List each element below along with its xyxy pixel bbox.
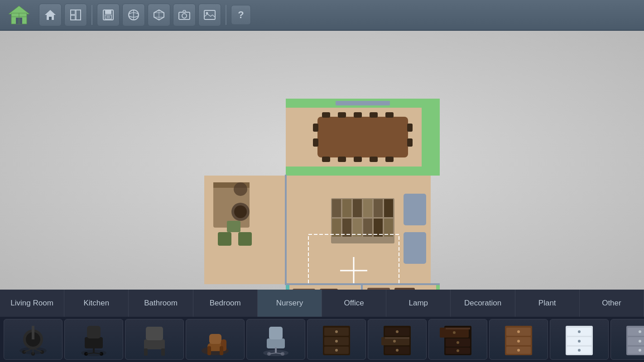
svg-rect-47 <box>385 112 394 118</box>
item-chair-light-office[interactable] <box>246 319 305 360</box>
svg-rect-10 <box>71 15 75 20</box>
svg-rect-69 <box>332 199 341 217</box>
3dview-button[interactable] <box>122 4 145 26</box>
svg-rect-44 <box>338 112 346 118</box>
svg-point-174 <box>578 330 581 333</box>
svg-point-162 <box>457 349 459 352</box>
toolbar: ? <box>0 0 644 31</box>
svg-rect-74 <box>384 199 393 217</box>
svg-rect-45 <box>354 112 362 118</box>
svg-rect-116 <box>87 326 101 338</box>
blueprint-button[interactable] <box>64 4 87 26</box>
svg-rect-55 <box>407 124 413 132</box>
svg-rect-82 <box>404 232 426 264</box>
svg-point-146 <box>335 349 338 352</box>
svg-rect-51 <box>370 157 378 162</box>
svg-rect-130 <box>207 346 211 355</box>
category-bar: Living Room Kitchen Bathroom Bedroom Nur… <box>0 290 644 317</box>
svg-point-167 <box>517 330 520 333</box>
svg-point-176 <box>578 349 581 352</box>
svg-rect-52 <box>385 157 394 162</box>
category-living-room[interactable]: Living Room <box>0 290 64 317</box>
svg-rect-46 <box>370 112 378 118</box>
svg-rect-65 <box>238 232 252 246</box>
svg-point-168 <box>517 340 520 343</box>
svg-point-169 <box>517 349 520 352</box>
svg-rect-157 <box>446 328 470 329</box>
svg-point-154 <box>396 349 399 352</box>
svg-rect-42 <box>317 117 408 157</box>
svg-rect-11 <box>76 10 81 20</box>
svg-rect-54 <box>313 138 318 147</box>
svg-rect-73 <box>374 199 383 217</box>
category-other[interactable]: Other <box>580 290 644 317</box>
svg-rect-9 <box>71 10 75 14</box>
save-button[interactable] <box>97 4 120 26</box>
svg-marker-5 <box>45 10 56 15</box>
main-canvas[interactable] <box>0 31 644 290</box>
category-office[interactable]: Office <box>322 290 386 317</box>
item-cabinet-white[interactable] <box>550 319 609 360</box>
svg-rect-40 <box>286 167 431 176</box>
svg-rect-66 <box>227 221 240 232</box>
svg-point-26 <box>206 12 208 14</box>
svg-point-144 <box>335 330 338 333</box>
app-logo <box>5 4 33 26</box>
svg-rect-48 <box>322 157 330 162</box>
category-bedroom[interactable]: Bedroom <box>193 290 258 317</box>
svg-rect-179 <box>628 337 644 345</box>
svg-point-153 <box>393 340 396 343</box>
svg-rect-123 <box>146 327 163 340</box>
category-lamp[interactable]: Lamp <box>386 290 451 317</box>
svg-rect-103 <box>286 283 364 285</box>
item-cabinet-dark-3[interactable] <box>428 319 487 360</box>
svg-point-182 <box>639 340 641 343</box>
item-cabinet-brown[interactable] <box>489 319 548 360</box>
items-bar <box>0 317 644 362</box>
svg-rect-41 <box>422 99 440 176</box>
object-button[interactable] <box>148 4 170 26</box>
svg-marker-0 <box>9 6 29 14</box>
category-plant[interactable]: Plant <box>515 290 580 317</box>
svg-rect-49 <box>338 157 346 162</box>
svg-point-152 <box>396 330 399 333</box>
svg-rect-133 <box>267 338 285 348</box>
svg-rect-13 <box>105 10 111 14</box>
help-button[interactable]: ? <box>231 5 251 25</box>
item-cabinet-dark-1[interactable] <box>307 319 366 360</box>
help-icon: ? <box>238 9 244 21</box>
svg-rect-56 <box>407 138 413 147</box>
image-button[interactable] <box>198 4 221 26</box>
svg-rect-122 <box>144 339 165 349</box>
separator-1 <box>91 5 92 25</box>
item-chair-dark-simple[interactable] <box>125 319 184 360</box>
item-chair-black-round[interactable] <box>4 319 62 360</box>
item-chair-black-office[interactable] <box>64 319 123 360</box>
home-button[interactable] <box>39 4 62 26</box>
category-decoration[interactable]: Decoration <box>451 290 515 317</box>
category-nursery[interactable]: Nursery <box>258 290 322 317</box>
separator-2 <box>226 5 226 25</box>
svg-rect-150 <box>385 337 409 339</box>
svg-rect-124 <box>144 348 148 356</box>
svg-rect-64 <box>218 232 231 246</box>
item-chair-brown-lounger[interactable] <box>186 319 245 360</box>
svg-rect-178 <box>628 328 644 336</box>
item-cabinet-dark-2[interactable] <box>368 319 427 360</box>
svg-rect-115 <box>85 337 103 348</box>
svg-rect-53 <box>313 124 318 132</box>
svg-rect-57 <box>336 101 390 105</box>
category-bathroom[interactable]: Bathroom <box>129 290 193 317</box>
svg-rect-8 <box>71 10 81 20</box>
svg-rect-71 <box>353 199 362 217</box>
svg-rect-128 <box>209 334 221 344</box>
camera-button[interactable] <box>173 4 196 26</box>
svg-point-24 <box>182 14 187 18</box>
category-kitchen[interactable]: Kitchen <box>64 290 129 317</box>
svg-rect-99 <box>285 175 287 285</box>
svg-rect-81 <box>404 194 426 225</box>
floor-plan[interactable] <box>204 99 440 290</box>
svg-rect-101 <box>362 283 440 285</box>
svg-rect-131 <box>220 346 223 355</box>
item-cabinet-gray[interactable] <box>610 319 644 360</box>
